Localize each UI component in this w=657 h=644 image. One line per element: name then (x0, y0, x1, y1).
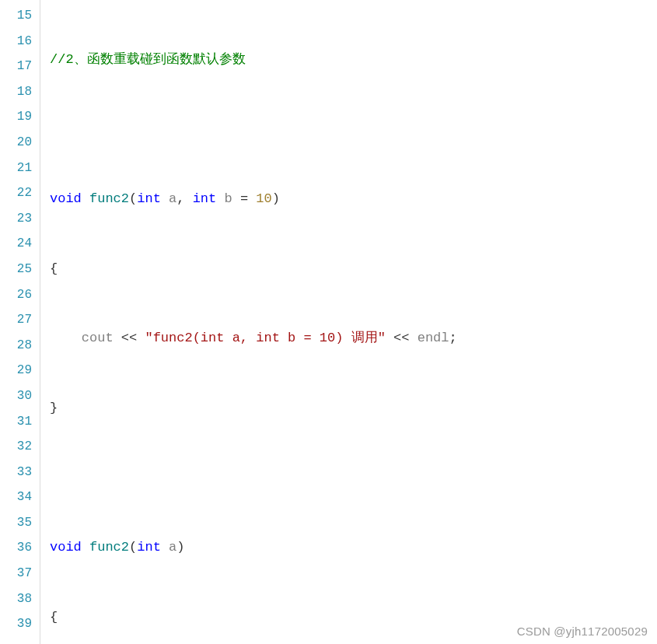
type-int: int (137, 191, 161, 206)
keyword-void: void (50, 540, 82, 555)
line-number: 19 (0, 104, 40, 130)
code-area[interactable]: //2、函数重载碰到函数默认参数 void func2(int a, int b… (40, 0, 657, 644)
endl: endl (418, 331, 449, 345)
line-number: 17 (0, 54, 40, 79)
line-number: 30 (0, 383, 40, 409)
number: 10 (256, 191, 271, 206)
line-number: 27 (0, 307, 40, 333)
code-line[interactable]: { (50, 257, 657, 282)
line-number: 26 (0, 282, 40, 308)
line-number: 16 (0, 29, 40, 54)
code-line[interactable]: void func2(int a) (50, 535, 657, 561)
line-number: 25 (0, 257, 40, 282)
code-line[interactable] (50, 117, 657, 143)
line-number-gutter: 15 16 17 18 19 20 21 22 23 24 25 26 27 2… (0, 0, 40, 644)
param-a: a (169, 191, 176, 206)
code-line[interactable] (50, 466, 657, 492)
line-number: 24 (0, 231, 40, 257)
watermark-text: CSDN @yjh1172005029 (517, 625, 648, 638)
type-int: int (137, 540, 161, 555)
string-literal: "func2(int a, int b = 10) 调用" (145, 331, 385, 345)
code-line[interactable]: //2、函数重载碰到函数默认参数 (50, 47, 657, 73)
code-line[interactable]: cout << "func2(int a, int b = 10) 调用" <<… (50, 326, 657, 352)
line-number: 38 (0, 586, 40, 612)
brace-open: { (50, 261, 58, 276)
line-number: 35 (0, 510, 40, 536)
code-line[interactable]: } (50, 396, 657, 422)
line-number: 20 (0, 130, 40, 156)
keyword-void: void (50, 191, 82, 206)
line-number: 37 (0, 561, 40, 586)
func-name: func2 (89, 191, 129, 206)
line-number: 15 (0, 3, 40, 29)
line-number: 31 (0, 409, 40, 435)
cout: cout (82, 331, 114, 345)
param-a: a (169, 540, 176, 555)
line-number: 36 (0, 535, 40, 561)
line-number: 32 (0, 434, 40, 460)
type-int: int (193, 191, 217, 206)
param-b: b (224, 191, 232, 206)
brace-close: } (50, 401, 58, 415)
func-name: func2 (89, 540, 129, 555)
line-number: 18 (0, 79, 40, 105)
line-number: 39 (0, 611, 40, 637)
line-number: 34 (0, 485, 40, 510)
line-number: 22 (0, 180, 40, 206)
line-number: 21 (0, 156, 40, 181)
brace-open: { (50, 610, 58, 625)
comment: //2、函数重载碰到函数默认参数 (50, 52, 246, 67)
code-editor: 15 16 17 18 19 20 21 22 23 24 25 26 27 2… (0, 0, 657, 644)
line-number: 33 (0, 460, 40, 485)
line-number: 29 (0, 358, 40, 383)
code-line[interactable]: void func2(int a, int b = 10) (50, 187, 657, 212)
line-number: 23 (0, 206, 40, 232)
line-number: 28 (0, 333, 40, 359)
